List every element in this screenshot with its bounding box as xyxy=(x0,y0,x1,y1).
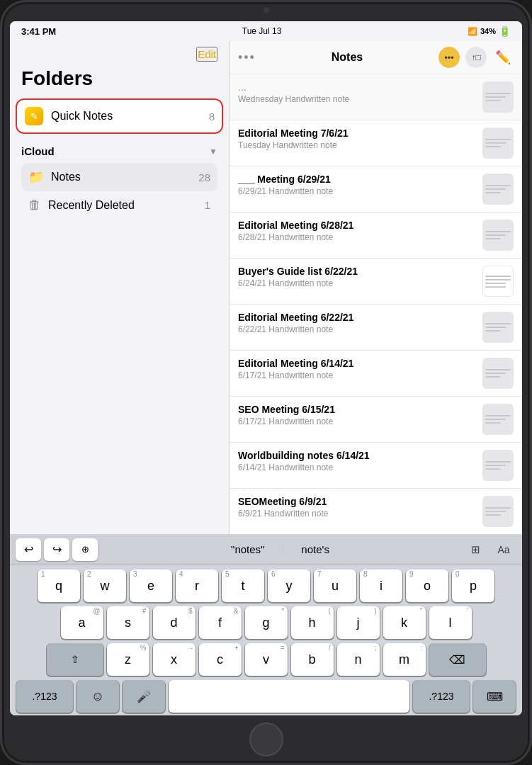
key-c[interactable]: +c xyxy=(199,643,242,676)
list-item[interactable]: Editorial Meeting 6/22/21 6/22/21 Handwr… xyxy=(230,305,522,351)
list-item[interactable]: Editorial Meeting 6/28/21 6/28/21 Handwr… xyxy=(230,212,522,259)
note-thumbnail xyxy=(482,496,514,527)
note-thumbnail xyxy=(482,266,514,297)
key-u[interactable]: 7u xyxy=(314,570,356,602)
icloud-header: iCloud ▼ xyxy=(21,142,217,163)
screen: 3:41 PM Tue Jul 13 ️📶 34% 🔋 Edit Folders xyxy=(10,21,522,715)
key-row-3: ⇧ %z -x +c =v /b ;n :m ⌫ xyxy=(13,643,519,676)
note-meta: 6/28/21 Handwritten note xyxy=(238,232,477,242)
numbers-key[interactable]: .?123 xyxy=(16,680,73,713)
key-r[interactable]: 4r xyxy=(176,570,218,602)
note-thumbnail xyxy=(482,450,514,481)
note-thumbnail xyxy=(482,81,514,113)
list-item[interactable]: ... Wednesday Handwritten note xyxy=(230,74,522,120)
note-thumbnail xyxy=(482,174,514,205)
icloud-chevron-icon[interactable]: ▼ xyxy=(209,147,217,157)
note-meta: Wednesday Handwritten note xyxy=(238,94,477,104)
suggestions-bar: "notes" | note's xyxy=(101,540,460,558)
key-row-4: .?123 ☺ 🎤 .?123 ⌨ xyxy=(13,680,519,713)
suggestion-notes-quoted[interactable]: "notes" xyxy=(225,540,270,558)
paste-button[interactable]: ⊕ xyxy=(72,538,98,561)
key-z[interactable]: %z xyxy=(107,643,149,676)
note-thumbnail xyxy=(482,220,514,251)
note-meta: 6/29/21 Handwritten note xyxy=(238,186,477,196)
battery-indicator: 34% xyxy=(480,27,496,35)
keyboard-toolbar: ↩ ↪ ⊕ "notes" | note's ⊞ Aa xyxy=(10,534,522,565)
recently-deleted-label: Recently Deleted xyxy=(48,199,205,212)
emoji-key[interactable]: ☺ xyxy=(77,680,119,713)
folders-title: Folders xyxy=(10,64,229,98)
key-n[interactable]: ;n xyxy=(337,643,380,676)
icloud-notes-item[interactable]: 📁 Notes 28 xyxy=(21,163,217,191)
list-item[interactable]: Worldbuilding notes 6/14/21 6/14/21 Hand… xyxy=(230,443,522,489)
note-title: ___ Meeting 6/29/21 xyxy=(238,174,477,185)
note-meta: Tuesday Handwritten note xyxy=(238,140,477,150)
key-v[interactable]: =v xyxy=(245,643,288,676)
suggestion-notes-possessive[interactable]: note's xyxy=(295,540,335,558)
battery-icon: 🔋 xyxy=(499,26,511,37)
list-item[interactable]: Editorial Meeting 6/14/21 6/17/21 Handwr… xyxy=(230,351,522,397)
key-p[interactable]: 0p xyxy=(452,570,494,602)
list-item[interactable]: SEOMeeting 6/9/21 6/9/21 Handwritten not… xyxy=(230,489,522,534)
recently-deleted-item[interactable]: 🗑 Recently Deleted 1 xyxy=(21,191,217,219)
notes-options-button[interactable]: ••• xyxy=(438,47,460,68)
mic-key[interactable]: 🎤 xyxy=(123,680,165,713)
status-time: 3:41 PM xyxy=(21,26,56,37)
sidebar-header: Edit xyxy=(10,41,229,64)
shift-key[interactable]: ⇧ xyxy=(47,643,103,676)
key-y[interactable]: 6y xyxy=(268,570,310,602)
key-e[interactable]: 3e xyxy=(130,570,172,602)
note-thumbnail xyxy=(482,312,514,343)
key-m[interactable]: :m xyxy=(383,643,426,676)
key-i[interactable]: 8i xyxy=(360,570,402,602)
key-a[interactable]: @a xyxy=(61,606,103,639)
home-button[interactable] xyxy=(249,722,283,756)
note-title: SEOMeeting 6/9/21 xyxy=(238,496,477,507)
key-w[interactable]: 2w xyxy=(84,570,126,602)
key-b[interactable]: /b xyxy=(291,643,334,676)
key-q[interactable]: 1q xyxy=(38,570,80,602)
list-item[interactable]: Editorial Meeting 7/6/21 Tuesday Handwri… xyxy=(230,120,522,166)
sidebar: Edit Folders ✎ Quick Notes 8 xyxy=(10,41,230,534)
redo-button[interactable]: ↪ xyxy=(44,538,69,561)
keyboard-area: ↩ ↪ ⊕ "notes" | note's ⊞ Aa 1q 2w xyxy=(10,534,522,715)
note-meta: 6/24/21 Handwritten note xyxy=(238,278,477,288)
key-g[interactable]: *g xyxy=(245,606,288,639)
font-size-button[interactable]: Aa xyxy=(491,538,516,561)
key-h[interactable]: (h xyxy=(291,606,334,639)
keyboard-switch-key[interactable]: ⌨ xyxy=(473,680,516,713)
icloud-section: iCloud ▼ 📁 Notes 28 🗑 Recently Deleted 1 xyxy=(10,134,229,222)
list-item[interactable]: Buyer's Guide list 6/22/21 6/24/21 Handw… xyxy=(230,259,522,305)
key-x[interactable]: -x xyxy=(153,643,196,676)
note-meta: 6/17/21 Handwritten note xyxy=(238,416,477,426)
numbers-right-key[interactable]: .?123 xyxy=(413,680,470,713)
key-l[interactable]: 'l xyxy=(429,606,472,639)
space-key[interactable] xyxy=(169,680,409,713)
note-info: ___ Meeting 6/29/21 6/29/21 Handwritten … xyxy=(238,174,477,196)
edit-button[interactable]: Edit xyxy=(196,47,217,62)
notes-share-button[interactable]: ↑□ xyxy=(465,47,487,68)
key-j[interactable]: )j xyxy=(337,606,380,639)
key-f[interactable]: &f xyxy=(199,606,242,639)
note-title: Buyer's Guide list 6/22/21 xyxy=(238,266,477,277)
key-row-1: 1q 2w 3e 4r 5t 6y 7u 8i 9o 0p xyxy=(13,570,519,602)
grid-icon[interactable]: ⊞ xyxy=(463,538,488,561)
note-thumbnail xyxy=(482,358,514,389)
note-title: Editorial Meeting 6/22/21 xyxy=(238,312,477,323)
note-title: ... xyxy=(238,81,477,93)
key-row-2: @a #s $d &f *g (h )j "k 'l xyxy=(13,606,519,639)
list-item[interactable]: ___ Meeting 6/29/21 6/29/21 Handwritten … xyxy=(230,166,522,212)
backspace-key[interactable]: ⌫ xyxy=(429,643,486,676)
list-item[interactable]: SEO Meeting 6/15/21 6/17/21 Handwritten … xyxy=(230,397,522,443)
note-meta: 6/9/21 Handwritten note xyxy=(238,509,477,518)
key-o[interactable]: 9o xyxy=(406,570,448,602)
key-k[interactable]: "k xyxy=(383,606,426,639)
note-meta: 6/17/21 Handwritten note xyxy=(238,370,477,380)
key-d[interactable]: $d xyxy=(153,606,196,639)
new-note-button[interactable]: ✏️ xyxy=(492,48,514,67)
undo-button[interactable]: ↩ xyxy=(16,538,41,561)
status-right: ️📶 34% 🔋 xyxy=(468,26,511,37)
key-s[interactable]: #s xyxy=(107,606,149,639)
quick-notes-folder[interactable]: ✎ Quick Notes 8 xyxy=(16,98,223,134)
key-t[interactable]: 5t xyxy=(222,570,264,602)
